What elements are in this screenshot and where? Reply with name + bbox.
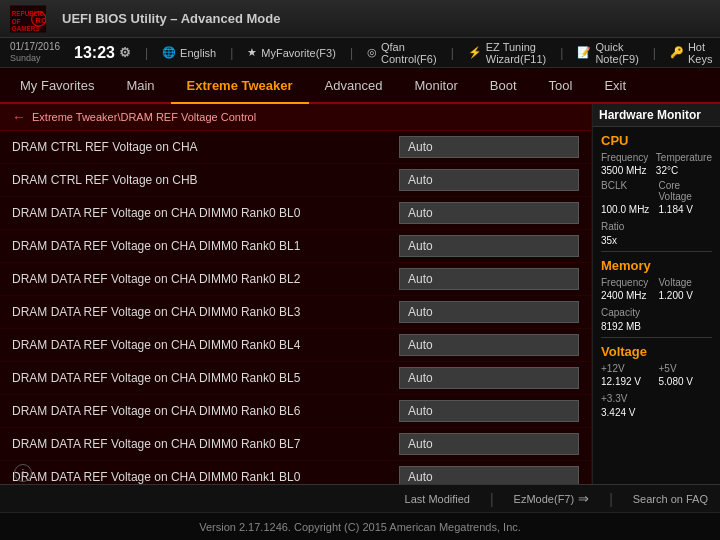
setting-label: DRAM CTRL REF Voltage on CHA bbox=[12, 140, 399, 154]
ez-mode-icon: ⇒ bbox=[578, 491, 589, 506]
table-row[interactable]: DRAM CTRL REF Voltage on CHB Auto bbox=[0, 164, 591, 197]
setting-value[interactable]: Auto bbox=[399, 367, 579, 389]
footer: Version 2.17.1246. Copyright (C) 2015 Am… bbox=[0, 512, 720, 540]
last-modified-button[interactable]: Last Modified bbox=[405, 493, 470, 505]
v5-label: +5V bbox=[659, 363, 713, 374]
voltage-section-title: Voltage bbox=[601, 344, 712, 359]
v33-label: +3.3V bbox=[601, 393, 627, 404]
toolbar-separator: | bbox=[145, 46, 148, 60]
capacity-label: Capacity bbox=[601, 307, 640, 318]
setting-value[interactable]: Auto bbox=[399, 136, 579, 158]
back-arrow-icon[interactable]: ← bbox=[12, 109, 26, 125]
setting-value[interactable]: Auto bbox=[399, 202, 579, 224]
rog-logo: REPUBLIC OF GAMERS ROG bbox=[10, 5, 46, 33]
setting-value[interactable]: Auto bbox=[399, 334, 579, 356]
left-panel: ← Extreme Tweaker\DRAM REF Voltage Contr… bbox=[0, 104, 592, 484]
setting-value[interactable]: Auto bbox=[399, 169, 579, 191]
toolbar-quick-note[interactable]: 📝 Quick Note(F9) bbox=[577, 41, 638, 65]
setting-value[interactable]: Auto bbox=[399, 235, 579, 257]
note-icon: 📝 bbox=[577, 46, 591, 59]
toolbar-myfavorite[interactable]: ★ MyFavorite(F3) bbox=[247, 46, 336, 59]
nav-monitor[interactable]: Monitor bbox=[398, 68, 473, 104]
nav-menu: My Favorites Main Extreme Tweaker Advanc… bbox=[0, 68, 720, 104]
core-voltage-label: Core Voltage bbox=[659, 180, 713, 202]
setting-value[interactable]: Auto bbox=[399, 400, 579, 422]
nav-tool[interactable]: Tool bbox=[533, 68, 589, 104]
mem-frequency-value: 2400 MHz bbox=[601, 290, 655, 301]
table-row[interactable]: DRAM DATA REF Voltage on CHA DIMM0 Rank0… bbox=[0, 362, 591, 395]
settings-list: DRAM CTRL REF Voltage on CHA Auto DRAM C… bbox=[0, 131, 591, 484]
status-bar: Last Modified | EzMode(F7) ⇒ | Search on… bbox=[0, 484, 720, 512]
nav-main[interactable]: Main bbox=[110, 68, 170, 104]
table-row[interactable]: DRAM DATA REF Voltage on CHA DIMM0 Rank0… bbox=[0, 197, 591, 230]
svg-text:ROG: ROG bbox=[35, 15, 46, 24]
setting-value[interactable]: Auto bbox=[399, 433, 579, 455]
nav-my-favorites[interactable]: My Favorites bbox=[4, 68, 110, 104]
table-row[interactable]: DRAM DATA REF Voltage on CHA DIMM0 Rank0… bbox=[0, 428, 591, 461]
v5-value: 5.080 V bbox=[659, 376, 713, 387]
nav-extreme-tweaker[interactable]: Extreme Tweaker bbox=[171, 68, 309, 104]
ez-mode-button[interactable]: EzMode(F7) ⇒ bbox=[514, 491, 590, 506]
cpu-frequency-label: Frequency bbox=[601, 152, 652, 163]
table-row[interactable]: DRAM CTRL REF Voltage on CHA Auto bbox=[0, 131, 591, 164]
table-row[interactable]: DRAM DATA REF Voltage on CHA DIMM0 Rank1… bbox=[0, 461, 591, 484]
breadcrumb-text: Extreme Tweaker\DRAM REF Voltage Control bbox=[32, 111, 256, 123]
mem-freq-volt-grid: Frequency Voltage 2400 MHz 1.200 V bbox=[601, 277, 712, 301]
qfan-icon: ◎ bbox=[367, 46, 377, 59]
setting-label: DRAM DATA REF Voltage on CHA DIMM0 Rank0… bbox=[12, 206, 399, 220]
search-faq-label: Search on FAQ bbox=[633, 493, 708, 505]
toolbar-ez-tuning[interactable]: ⚡ EZ Tuning Wizard(F11) bbox=[468, 41, 547, 65]
core-voltage-value: 1.184 V bbox=[659, 204, 713, 215]
svg-text:OF: OF bbox=[12, 17, 21, 24]
bclk-label: BCLK bbox=[601, 180, 655, 202]
mem-capacity-row: Capacity 8192 MB bbox=[601, 305, 712, 333]
setting-value[interactable]: Auto bbox=[399, 466, 579, 484]
qfan-label: Qfan Control(F6) bbox=[381, 41, 437, 65]
info-icon[interactable]: i bbox=[14, 464, 32, 482]
myfavorite-label: MyFavorite(F3) bbox=[261, 47, 336, 59]
hw-monitor-panel: Hardware Monitor CPU Frequency Temperatu… bbox=[592, 104, 720, 484]
setting-label: DRAM DATA REF Voltage on CHA DIMM0 Rank0… bbox=[12, 338, 399, 352]
language-label: English bbox=[180, 47, 216, 59]
table-row[interactable]: DRAM DATA REF Voltage on CHA DIMM0 Rank0… bbox=[0, 263, 591, 296]
toolbar-sep2: | bbox=[230, 46, 233, 60]
breadcrumb[interactable]: ← Extreme Tweaker\DRAM REF Voltage Contr… bbox=[0, 104, 591, 131]
nav-boot[interactable]: Boot bbox=[474, 68, 533, 104]
setting-value[interactable]: Auto bbox=[399, 268, 579, 290]
hw-monitor-title: Hardware Monitor bbox=[599, 108, 701, 122]
cpu-frequency-value: 3500 MHz bbox=[601, 165, 652, 176]
toolbar-sep3: | bbox=[350, 46, 353, 60]
cpu-temperature-label: Temperature bbox=[656, 152, 712, 163]
toolbar: 01/17/2016 Sunday 13:23 ⚙ | 🌐 English | … bbox=[0, 38, 720, 68]
favorite-icon: ★ bbox=[247, 46, 257, 59]
settings-gear-icon[interactable]: ⚙ bbox=[119, 45, 131, 60]
v12-value: 12.192 V bbox=[601, 376, 655, 387]
ez-icon: ⚡ bbox=[468, 46, 482, 59]
time-value: 13:23 bbox=[74, 44, 115, 62]
setting-value[interactable]: Auto bbox=[399, 301, 579, 323]
ratio-label: Ratio bbox=[601, 221, 624, 232]
hotkeys-icon: 🔑 bbox=[670, 46, 684, 59]
header-title: UEFI BIOS Utility – Advanced Mode bbox=[62, 11, 280, 26]
toolbar-qfan[interactable]: ◎ Qfan Control(F6) bbox=[367, 41, 437, 65]
cpu-section-title: CPU bbox=[601, 133, 712, 148]
cpu-bclk-volt-grid: BCLK Core Voltage 100.0 MHz 1.184 V bbox=[601, 180, 712, 215]
toolbar-sep4: | bbox=[451, 46, 454, 60]
search-faq-button[interactable]: Search on FAQ bbox=[633, 493, 708, 505]
setting-label: DRAM DATA REF Voltage on CHA DIMM0 Rank0… bbox=[12, 371, 399, 385]
hw-monitor-header: Hardware Monitor bbox=[593, 104, 720, 127]
table-row[interactable]: DRAM DATA REF Voltage on CHA DIMM0 Rank0… bbox=[0, 395, 591, 428]
ez-mode-label: EzMode(F7) bbox=[514, 493, 575, 505]
table-row[interactable]: DRAM DATA REF Voltage on CHA DIMM0 Rank0… bbox=[0, 329, 591, 362]
toolbar-language[interactable]: 🌐 English bbox=[162, 46, 216, 59]
cpu-temperature-value: 32°C bbox=[656, 165, 712, 176]
setting-label: DRAM DATA REF Voltage on CHA DIMM0 Rank1… bbox=[12, 470, 399, 484]
hw-divider-1 bbox=[601, 251, 712, 252]
globe-icon: 🌐 bbox=[162, 46, 176, 59]
toolbar-hot-keys[interactable]: 🔑 Hot Keys bbox=[670, 41, 712, 65]
nav-exit[interactable]: Exit bbox=[588, 68, 642, 104]
table-row[interactable]: DRAM DATA REF Voltage on CHA DIMM0 Rank0… bbox=[0, 230, 591, 263]
nav-advanced[interactable]: Advanced bbox=[309, 68, 399, 104]
table-row[interactable]: DRAM DATA REF Voltage on CHA DIMM0 Rank0… bbox=[0, 296, 591, 329]
volt-12-5-grid: +12V +5V 12.192 V 5.080 V bbox=[601, 363, 712, 387]
